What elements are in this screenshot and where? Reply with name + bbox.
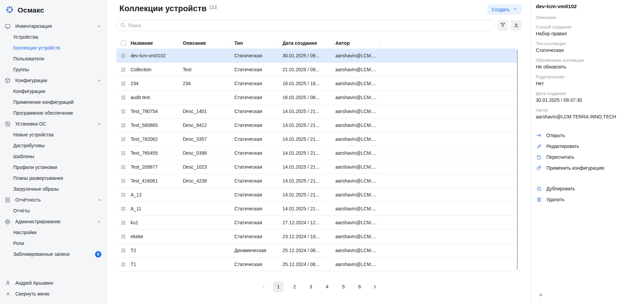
table-row[interactable]: 234 234 Статическая 16.01.2025 / 16... a…: [116, 77, 517, 91]
cell-description: Desc_3357: [183, 136, 234, 142]
sidebar-item[interactable]: Пользователи: [0, 53, 107, 64]
cell-type: Статическая: [234, 220, 282, 225]
table-row[interactable]: T1 Статическая 25.12.2024 / 08... aarsha…: [116, 258, 517, 271]
sidebar-item[interactable]: Группы: [0, 64, 107, 75]
table-header: НазваниеОписаниеТипДата созданияАвтор: [116, 38, 517, 49]
details-actions-secondary: Дублировать Удалить: [536, 183, 639, 205]
sidebar-item[interactable]: Шаблоны: [0, 151, 107, 162]
sidebar-item[interactable]: Загрузочные образы: [0, 184, 107, 194]
column-header[interactable]: Тип: [234, 40, 282, 46]
grid-handle-icon[interactable]: [121, 165, 126, 170]
sidebar-footer-item[interactable]: Свернуть меню: [0, 288, 107, 299]
export-button[interactable]: [511, 20, 522, 31]
cell-type: Статическая: [234, 234, 282, 239]
detail-action[interactable]: Пересчитать: [536, 152, 639, 163]
detail-field: Описание: [536, 15, 639, 20]
detail-field-value: Нет: [536, 80, 639, 87]
table-row[interactable]: Test_790754 Desc_1401 Статическая 14.01.…: [116, 104, 517, 118]
table-row[interactable]: dev-lcm-vm0102 Статическая 30.01.2025 / …: [116, 49, 517, 63]
cell-date: 30.01.2025 / 09...: [282, 53, 335, 58]
detail-action[interactable]: Дублировать: [536, 183, 639, 194]
sidebar: Осмакс Инвентаризация Устройства Коллекц…: [0, 0, 107, 304]
sidebar-item[interactable]: Планы развертывания: [0, 173, 107, 184]
sidebar-item[interactable]: Заблокированные записи 0: [0, 249, 107, 260]
page-button[interactable]: 4: [322, 281, 333, 292]
table-row[interactable]: Test_765455 Desc_0398 Статическая 14.01.…: [116, 146, 517, 160]
sidebar-item-label: Роли: [13, 241, 24, 246]
sidebar-item[interactable]: Конфигурации: [0, 86, 107, 97]
details-fields: Описание Способ создания Набор правил Ти…: [536, 15, 639, 120]
page-button[interactable]: 2: [289, 281, 300, 292]
sidebar-section[interactable]: Администрирование: [0, 216, 107, 227]
table-row[interactable]: Test_782062 Desc_3357 Статическая 14.01.…: [116, 132, 517, 146]
grid-handle-icon[interactable]: [121, 67, 126, 72]
table-row[interactable]: Test_209977 Desc_1023 Статическая 14.01.…: [116, 160, 517, 174]
column-header[interactable]: Название: [131, 40, 183, 46]
page-button[interactable]: 5: [338, 281, 349, 292]
table-row[interactable]: Test_416061 Desc_4239 Статическая 14.01.…: [116, 174, 517, 188]
sidebar-section[interactable]: Установка ОС: [0, 118, 107, 129]
sidebar-item[interactable]: Отчёты: [0, 205, 107, 216]
filter-button[interactable]: [497, 20, 508, 31]
grid-handle-icon[interactable]: [121, 109, 126, 114]
grid-handle-icon[interactable]: [121, 137, 126, 142]
sidebar-section[interactable]: Конфигурации: [0, 75, 107, 86]
detail-action[interactable]: Применить конфигурацию: [536, 163, 639, 173]
grid-handle-icon[interactable]: [121, 234, 126, 239]
sidebar-section[interactable]: Отчётность: [0, 194, 107, 205]
grid-handle-icon[interactable]: [121, 178, 126, 184]
grid-handle-icon[interactable]: [121, 206, 126, 211]
grid-handle-icon[interactable]: [121, 53, 126, 58]
grid-handle-icon[interactable]: [121, 262, 126, 267]
table-row[interactable]: A_11 Статическая 14.01.2025 / 21... aars…: [116, 202, 517, 216]
grid-handle-icon[interactable]: [121, 81, 126, 86]
create-button[interactable]: Создать: [487, 4, 522, 15]
search-box[interactable]: [116, 20, 494, 31]
detail-action-label: Открыть: [546, 133, 565, 138]
sidebar-item[interactable]: Новые устройства: [0, 129, 107, 140]
collapse-panel-button[interactable]: »: [539, 291, 542, 298]
grid-handle-icon[interactable]: [121, 151, 126, 156]
page-button[interactable]: 3: [306, 281, 316, 292]
table-row[interactable]: Test_580865 Desc_8412 Статическая 14.01.…: [116, 118, 517, 132]
table-row[interactable]: ekeke Статическая 23.12.2024 / 10... aar…: [116, 230, 517, 244]
sidebar-item[interactable]: Применение конфигураций: [0, 97, 107, 108]
detail-action[interactable]: Открыть: [536, 130, 639, 141]
sidebar-item[interactable]: Настройки: [0, 227, 107, 238]
column-header[interactable]: Дата создания: [282, 40, 335, 46]
sidebar-item[interactable]: Программное обеспечение: [0, 108, 107, 118]
table-row[interactable]: ku1 Статическая 27.12.2024 / 12... aarsh…: [116, 216, 517, 230]
sidebar-item[interactable]: Роли: [0, 238, 107, 249]
next-page-button[interactable]: [371, 281, 379, 292]
table-row[interactable]: A_12 Статическая 14.01.2025 / 21... aars…: [116, 188, 517, 202]
cell-description: Desc_1023: [183, 164, 234, 170]
previous-page-button[interactable]: [259, 281, 268, 292]
grid-handle-icon[interactable]: [121, 248, 126, 253]
sidebar-item[interactable]: Дистрибутивы: [0, 140, 107, 151]
grid-handle-icon[interactable]: [121, 123, 126, 128]
sidebar-item[interactable]: Коллекции устройств: [0, 42, 107, 53]
detail-field: Дата создания 30.01.2025 / 09:37:30: [536, 91, 639, 103]
sidebar-item[interactable]: Устройства: [0, 32, 107, 42]
table-scrollbar[interactable]: [517, 50, 518, 270]
sidebar-footer-item[interactable]: Андрей Аршавин: [0, 278, 107, 288]
detail-action[interactable]: Редактировать: [536, 141, 639, 152]
page-button[interactable]: 6: [354, 281, 365, 292]
sidebar-section[interactable]: Инвентаризация: [0, 21, 107, 32]
select-all-checkbox[interactable]: [121, 40, 126, 46]
grid-handle-icon[interactable]: [121, 192, 126, 197]
cell-name: dev-lcm-vm0102: [131, 53, 183, 58]
table-row[interactable]: T2 Динамическая 25.12.2024 / 08... aarsh…: [116, 244, 517, 258]
grid-handle-icon[interactable]: [121, 95, 126, 100]
search-input[interactable]: [128, 23, 491, 28]
column-header[interactable]: Автор: [335, 40, 383, 46]
sidebar-item[interactable]: Профили установки: [0, 162, 107, 173]
page-button[interactable]: 1: [273, 281, 284, 292]
cell-date: 27.12.2024 / 12...: [282, 220, 335, 225]
detail-action[interactable]: Удалить: [536, 194, 639, 205]
column-header[interactable]: Описание: [183, 40, 234, 46]
table-row[interactable]: Collection Test Статическая 21.01.2025 /…: [116, 63, 517, 77]
grid-handle-icon[interactable]: [121, 220, 126, 225]
cell-type: Статическая: [234, 206, 282, 211]
table-row[interactable]: audit test Статическая 16.01.2025 / 08..…: [116, 91, 517, 104]
